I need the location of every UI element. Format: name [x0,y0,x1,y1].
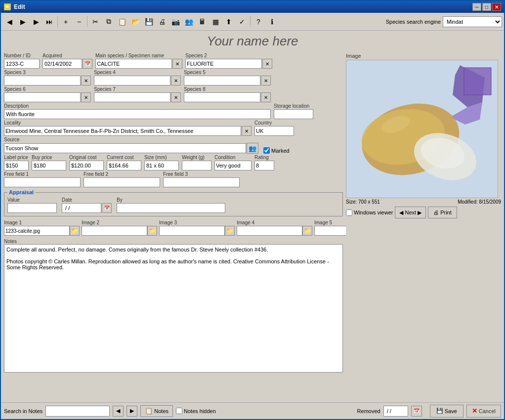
species4-combo[interactable] [94,76,170,85]
cut-button[interactable]: ✂ [89,15,102,28]
species-search-combo[interactable]: Mindat Webmineral Google [443,16,502,27]
current-cost-input[interactable] [107,161,141,170]
windows-viewer-checkbox[interactable] [346,210,352,216]
maximize-button[interactable]: □ [482,3,491,11]
species3-combo[interactable] [4,76,81,85]
search-notes-label: Search in Notes [4,408,42,414]
number-input[interactable] [4,59,40,69]
row-5: Locality Elmwood Mine, Central Tennessee… [4,120,343,136]
next-image-button[interactable]: ◀ Next ▶ [395,207,426,218]
species2-delete-button[interactable]: ✕ [262,59,272,69]
cancel-button[interactable]: ✕ Cancel [466,405,501,418]
species5-combo[interactable] [184,76,260,85]
back-button[interactable]: ◀ [3,15,16,28]
search-prev-button[interactable]: ◀ [113,406,124,417]
size-label: Size (mm) [144,155,179,160]
original-cost-group: Original cost [69,155,104,170]
search-next-button[interactable]: ▶ [126,406,137,417]
buy-price-input[interactable] [32,161,66,170]
save-button[interactable]: 💾 Save [430,405,463,418]
image3-browse-button[interactable]: 📁 [225,226,235,236]
species7-combo[interactable] [94,92,170,102]
image1-input[interactable] [4,226,70,236]
free-field3-input[interactable] [163,177,240,187]
grid-button[interactable]: ▦ [209,15,222,28]
free-field2-input[interactable] [84,177,160,187]
print-toolbar-button[interactable]: 🖨 [156,15,168,28]
play-button[interactable]: ▶ [30,15,42,28]
image1-browse-button[interactable]: 📁 [70,226,80,236]
species8-delete-button[interactable]: ✕ [261,92,271,102]
removed-input[interactable] [383,406,408,417]
condition-combo[interactable]: Very good Gem Excellent Good Fair Poor [214,161,252,170]
acquired-input[interactable] [42,59,82,69]
upload-button[interactable]: ⬆ [222,15,235,28]
country-combo[interactable]: UK [254,126,294,136]
image4-input[interactable] [237,226,302,236]
species4-delete-button[interactable]: ✕ [171,76,181,85]
weight-input[interactable] [182,161,211,170]
image2-browse-button[interactable]: 📁 [147,226,157,236]
right-panel: Image [346,51,504,402]
notes-textarea[interactable]: Complete all around. Perfect, no damage.… [4,244,343,373]
species8-combo[interactable] [184,92,260,102]
size-input[interactable] [144,161,179,170]
end-button[interactable]: ⏭ [43,15,56,28]
check-button[interactable]: ✓ [236,15,249,28]
species7-delete-button[interactable]: ✕ [171,92,181,102]
svg-rect-7 [464,68,491,95]
appraisal-value-input[interactable] [7,203,57,213]
species2-combo[interactable]: FLUORITE [185,59,262,69]
image4-browse-button[interactable]: 📁 [302,226,312,236]
marked-checkbox[interactable] [263,147,270,154]
save-toolbar-button[interactable]: 💾 [142,15,155,28]
camera-button[interactable]: 📷 [169,15,182,28]
storage-input[interactable] [274,109,313,119]
close-button[interactable]: ✕ [492,3,501,11]
main-species-combo[interactable]: CALCITE [95,59,172,69]
info-button[interactable]: ℹ [265,15,278,28]
notes-button[interactable]: 📋 Notes [140,405,173,417]
species6-combo[interactable] [4,92,81,102]
open-button[interactable]: 📂 [129,15,142,28]
appraisal-calendar-button[interactable]: 📅 [102,203,112,213]
locality-combo[interactable]: Elmwood Mine, Central Tennessee Ba-F-Pb-… [4,126,241,136]
species5-delete-button[interactable]: ✕ [261,76,271,85]
toolbar-right: Species search engine Mindat Webmineral … [386,16,502,27]
removed-calendar-button[interactable]: 📅 [411,406,422,417]
main-species-delete-button[interactable]: ✕ [172,59,182,69]
locality-delete-button[interactable]: ✕ [242,126,252,136]
appraisal-date-input[interactable] [62,203,101,213]
label-price-input[interactable] [4,161,29,170]
minimize-button[interactable]: ─ [472,3,481,11]
current-cost-group: Current cost [107,155,141,170]
remove-button[interactable]: − [73,15,85,28]
description-input[interactable] [4,109,271,119]
original-cost-input[interactable] [69,161,104,170]
source-combo[interactable]: Tucson Show [4,143,246,153]
images-row: Image 1 📁 Image 2 📁 Image 3 [4,220,343,236]
paste-button[interactable]: 📋 [116,15,128,28]
species6-delete-button[interactable]: ✕ [81,92,91,102]
add-button[interactable]: + [59,15,72,28]
rating-combo[interactable]: 8 1234 567910 [254,161,274,170]
image3-input-row: 📁 [159,226,235,236]
image2-input[interactable] [82,226,147,236]
appraisal-by-input[interactable] [117,203,225,213]
calc-button[interactable]: 🖩 [196,15,209,28]
species4-group: Species 4 ✕ [94,70,181,85]
free-field2-label: Free field 2 [84,171,160,177]
acquired-calendar-button[interactable]: 📅 [83,59,92,69]
notes-hidden-checkbox[interactable] [176,408,182,414]
image3-input[interactable] [159,226,225,236]
forward-button[interactable]: ▶ [16,15,29,28]
source-find-button[interactable]: 👥 [247,143,258,154]
person-button[interactable]: 👥 [182,15,195,28]
help-button[interactable]: ? [252,15,265,28]
species3-delete-button[interactable]: ✕ [81,76,91,85]
copy-button[interactable]: ⧉ [102,15,115,28]
search-notes-input[interactable] [45,406,110,417]
free-field1-input[interactable] [4,177,81,187]
image5-input[interactable] [314,226,346,236]
print-image-button[interactable]: 🖨 Print [428,207,457,218]
